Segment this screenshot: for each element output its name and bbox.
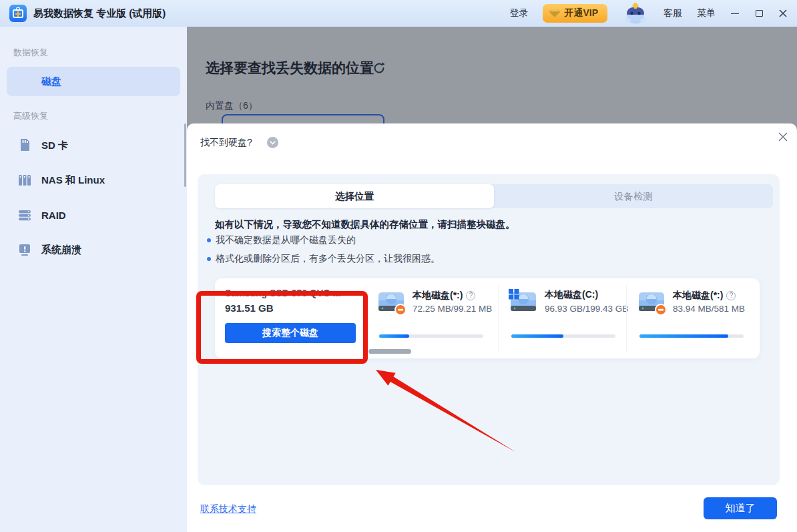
disk-usage-bar	[639, 334, 744, 338]
sidebar-item-disk-label: 磁盘	[41, 75, 61, 88]
card-divider	[626, 285, 627, 352]
disk-cards-row: Samsung SSD 870 QVO ... 931.51 GB 搜索整个磁盘	[215, 278, 760, 358]
chevron-down-icon	[270, 141, 276, 145]
card-divider	[498, 285, 499, 352]
disk-usage-fill	[639, 334, 728, 338]
tab-select-location[interactable]: 选择位置	[215, 184, 494, 208]
minimize-button[interactable]	[730, 9, 740, 18]
help-icon[interactable]: ?	[466, 291, 475, 300]
raid-stack-icon	[17, 208, 32, 222]
disk-card-samsung-ssd[interactable]: Samsung SSD 870 QVO ... 931.51 GB 搜索整个磁盘	[215, 278, 366, 358]
maximize-button[interactable]	[754, 9, 764, 18]
bullet-dot-icon	[207, 257, 211, 261]
login-button[interactable]: 登录	[509, 7, 528, 19]
disk-name-row: 本地磁盘(*:)?	[413, 289, 475, 302]
disk-size: 931.51 GB	[225, 302, 274, 314]
disk-name: 本地磁盘(C:)	[545, 289, 598, 301]
card-divider	[366, 285, 366, 352]
disk-card-local-star-2[interactable]: 本地磁盘(*:)? 83.94 MB/581 MB	[630, 278, 760, 358]
collapse-chevron-button[interactable]	[267, 137, 278, 148]
search-whole-disk-button[interactable]: 搜索整个磁盘	[225, 323, 356, 343]
modal-intro-text: 如有以下情况，导致您不知道数据具体的存储位置，请扫描整块磁盘。	[215, 218, 515, 231]
maximize-icon	[756, 10, 763, 17]
system-crash-icon	[17, 242, 32, 257]
disk-name-row: 本地磁盘(*:)?	[673, 289, 736, 302]
disk-size: 72.25 MB/99.21 MB	[413, 304, 492, 314]
sidebar-item-raid[interactable]: RAID	[0, 198, 187, 232]
disk-card-local-star-1[interactable]: 本地磁盘(*:)? 72.25 MB/99.21 MB	[370, 278, 498, 358]
disk-name: Samsung SSD 870 QVO ...	[225, 288, 341, 298]
support-button[interactable]: 客服	[663, 7, 682, 19]
sidebar-item-system-crash[interactable]: 系统崩溃	[0, 232, 187, 267]
hard-drive-icon	[376, 289, 406, 317]
bullet-text: 格式化或删除分区后，有多个丢失分区，让我很困惑。	[216, 253, 440, 265]
close-icon	[779, 133, 787, 141]
disk-name: 本地磁盘(*:)	[673, 290, 723, 300]
hard-drive-icon	[637, 289, 666, 317]
minimize-icon	[731, 13, 739, 14]
modal-content-panel: 选择位置 设备检测 如有以下情况，导致您不知道数据具体的存储位置，请扫描整块磁盘…	[198, 174, 780, 485]
app-logo-icon	[9, 5, 27, 22]
tab-device-detection[interactable]: 设备检测	[494, 184, 773, 208]
help-icon[interactable]: ?	[726, 291, 736, 300]
disk-size: 83.94 MB/581 MB	[673, 304, 745, 314]
assistant-mascot-icon[interactable]	[622, 2, 649, 25]
bullet-text: 我不确定数据是从哪个磁盘丢失的	[216, 234, 356, 246]
modal-close-button[interactable]	[777, 131, 789, 143]
nas-server-icon	[17, 173, 32, 188]
cant-find-disk-modal: 找不到硬盘? 选择位置 设备检测 如有以下情况，导致您不知道数据具体的存储位置，…	[187, 123, 797, 532]
sd-card-icon	[17, 138, 32, 153]
vip-upgrade-button[interactable]: 开通VIP	[543, 4, 607, 23]
sidebar-item-label: SD 卡	[41, 140, 68, 152]
sidebar-section-data-recovery: 数据恢复	[13, 47, 48, 59]
disk-size: 96.93 GB/199.43 GB	[545, 304, 628, 314]
modal-tabs: 选择位置 设备检测	[215, 184, 773, 208]
disk-usage-fill	[379, 334, 409, 338]
contact-support-link[interactable]: 联系技术支持	[200, 503, 256, 515]
close-icon	[779, 9, 787, 17]
bullet-dot-icon	[207, 238, 211, 242]
sidebar-scrollbar-thumb[interactable]	[184, 123, 186, 187]
sidebar-item-nas-linux[interactable]: NAS 和 Linux	[0, 163, 187, 198]
sidebar-item-disk[interactable]: 磁盘	[7, 67, 180, 96]
sidebar: 数据恢复 磁盘 高级恢复 SD 卡 NAS 和 Linux	[0, 27, 187, 532]
disk-usage-fill	[511, 334, 563, 338]
sidebar-item-sd-card[interactable]: SD 卡	[0, 128, 187, 163]
diamond-icon	[549, 9, 560, 18]
bullet-item: 我不确定数据是从哪个磁盘丢失的	[207, 234, 356, 246]
sidebar-section-advanced: 高级恢复	[13, 110, 48, 122]
horizontal-scrollbar-thumb[interactable]	[368, 349, 411, 354]
app-title: 易我数据恢复 专业版 (试用版)	[33, 7, 166, 20]
disk-usage-bar	[511, 334, 615, 338]
got-it-button[interactable]: 知道了	[704, 497, 777, 519]
disk-usage-bar	[379, 334, 483, 338]
menu-button[interactable]: 菜单	[697, 7, 716, 19]
disk-card-local-c[interactable]: 本地磁盘(C:) 96.93 GB/199.43 GB	[502, 278, 630, 358]
vip-label: 开通VIP	[564, 7, 598, 19]
title-bar: 易我数据恢复 专业版 (试用版) 登录 开通VIP 客服 菜单	[0, 0, 797, 27]
close-window-button[interactable]	[778, 9, 788, 18]
hard-drive-icon	[509, 289, 538, 317]
bullet-item: 格式化或删除分区后，有多个丢失分区，让我很困惑。	[207, 253, 440, 265]
disk-name: 本地磁盘(*:)	[413, 290, 463, 300]
sidebar-item-label: 系统崩溃	[41, 244, 81, 256]
sidebar-item-label: NAS 和 Linux	[41, 174, 105, 187]
modal-header-label: 找不到硬盘?	[200, 137, 252, 149]
sidebar-item-label: RAID	[41, 210, 66, 221]
